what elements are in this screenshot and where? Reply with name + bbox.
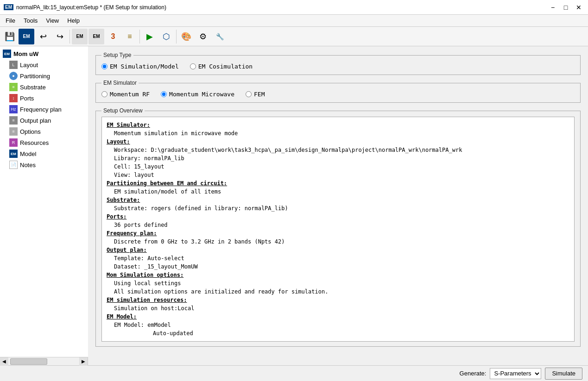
ov-em-simulator-header: EM Simulator: (107, 121, 569, 129)
fem-option[interactable]: FEM (246, 91, 265, 98)
sidebar-item-notes[interactable]: 📄 Notes (0, 159, 88, 170)
em4-button[interactable]: 🔧 (212, 29, 228, 44)
notes-label: Notes (20, 162, 36, 169)
bottom-bar: Generate: S-Parameters Simulate (0, 365, 588, 381)
output-label: Output plan (20, 117, 51, 124)
resources-label: Resources (20, 139, 49, 146)
ov-layout-cell: Cell: 15_layout (107, 162, 569, 171)
ov-layout-view: View: layout (107, 171, 569, 179)
em-title-icon: EM (4, 4, 13, 10)
ov-mom-options-val2: All simulation options are initialized a… (107, 287, 569, 296)
momentum-microwave-option[interactable]: Momentum Microwave (161, 91, 234, 98)
run-button[interactable]: ▶ (142, 29, 158, 44)
ports-label: Ports (20, 95, 34, 102)
em-cosimulation-radio[interactable] (190, 63, 196, 69)
fem-label: FEM (254, 91, 265, 98)
sidebar-scrollbar[interactable]: ◀ ▶ (0, 357, 88, 365)
ov-substrate-header: Substrate: (107, 196, 569, 204)
scroll-right-button[interactable]: ▶ (79, 357, 88, 366)
sidebar-item-options[interactable]: ≡ Options (0, 126, 88, 137)
sidebar-root-item[interactable]: EM Mom uW (0, 48, 88, 59)
setup-overview-section: Setup Overview EM Simulator: Momentum si… (95, 107, 581, 347)
3d-view-button[interactable]: ⬡ (158, 29, 174, 44)
setup-type-options: EM Simulation/Model EM Cosimulation (101, 63, 575, 70)
layout3d-button[interactable]: 3 (105, 29, 121, 44)
options-label: Options (20, 128, 41, 135)
ov-model-val2: Auto-updated (107, 329, 569, 337)
window-title: normalPA_lib:15_layout:emSetup * (EM Set… (16, 4, 547, 11)
toolbar-separator-1 (70, 30, 70, 44)
content-area: Setup Type EM Simulation/Model EM Cosimu… (88, 46, 588, 365)
scroll-thumb[interactable] (10, 358, 47, 365)
sidebar-item-resources[interactable]: R Resources (0, 137, 88, 148)
momentum-rf-radio[interactable] (101, 91, 107, 97)
toolbar-separator-3 (176, 30, 177, 44)
simulate-button[interactable]: Simulate (545, 368, 582, 380)
options-icon: ≡ (9, 127, 18, 136)
ov-partitioning-header: Partitioning between EM and circuit: (107, 179, 569, 187)
layers-button[interactable]: ≡ (122, 29, 138, 44)
substrate-icon: ≡ (9, 83, 18, 91)
em-simulator-section: EM Simulator Momentum RF Momentum Microw… (95, 80, 581, 103)
window-controls: − □ ✕ (547, 2, 584, 13)
em-cosimulation-option[interactable]: EM Cosimulation (190, 63, 253, 70)
ov-ports-value: 36 ports defined (107, 221, 569, 229)
ov-partitioning-value: EM simulation/model of all items (107, 187, 569, 196)
layout-icon: L (9, 61, 18, 69)
ov-mom-options-val1: Using local settings (107, 279, 569, 287)
save-button[interactable]: 💾 (2, 29, 18, 44)
ov-output-template: Template: Auto-select (107, 254, 569, 262)
palette-button[interactable]: 🎨 (178, 29, 194, 44)
sidebar-item-ports[interactable]: ↕ Ports (0, 93, 88, 104)
sidebar: EM Mom uW L Layout ● Partitioning ≡ Subs… (0, 46, 88, 357)
layout-label: Layout (20, 62, 38, 69)
menu-help[interactable]: Help (63, 16, 83, 25)
component-button[interactable]: ⚙ (195, 29, 211, 44)
sidebar-item-model[interactable]: EM Model (0, 148, 88, 159)
em-simulation-label: EM Simulation/Model (110, 63, 179, 70)
em-button-3[interactable]: EM (89, 29, 104, 44)
ov-em-simulator-value: Momentum simulation in microwave mode (107, 129, 569, 137)
scroll-left-button[interactable]: ◀ (0, 357, 8, 366)
scroll-track (8, 357, 79, 365)
generate-label: Generate: (460, 370, 487, 377)
sidebar-item-partitioning[interactable]: ● Partitioning (0, 70, 88, 81)
ov-substrate-value: Substrate: rogers (defined in library: n… (107, 204, 569, 212)
momentum-rf-label: Momentum RF (110, 91, 150, 98)
title-bar: EM normalPA_lib:15_layout:emSetup * (EM … (0, 0, 588, 15)
model-icon: EM (9, 150, 18, 158)
substrate-label: Substrate (20, 84, 46, 91)
momentum-rf-option[interactable]: Momentum RF (101, 91, 150, 98)
sidebar-item-substrate[interactable]: ≡ Substrate (0, 81, 88, 93)
redo-button[interactable]: ↪ (52, 29, 68, 44)
sidebar-root: EM Mom uW L Layout ● Partitioning ≡ Subs… (0, 46, 88, 172)
generate-select[interactable]: S-Parameters (490, 368, 541, 379)
output-icon: ≡ (9, 116, 18, 125)
momentum-microwave-radio[interactable] (161, 91, 167, 97)
sidebar-item-frequency[interactable]: Hz Frequency plan (0, 104, 88, 115)
sidebar-item-output[interactable]: ≡ Output plan (0, 115, 88, 126)
setup-type-legend: Setup Type (101, 52, 133, 58)
model-label: Model (20, 150, 36, 157)
minimize-button[interactable]: − (547, 2, 558, 13)
em-simulation-radio[interactable] (101, 63, 107, 69)
menu-tools[interactable]: Tools (20, 16, 41, 25)
momentum-microwave-label: Momentum Microwave (169, 91, 234, 98)
em-setup-button[interactable]: EM (19, 29, 34, 44)
maximize-button[interactable]: □ (560, 2, 571, 13)
fem-radio[interactable] (246, 91, 252, 97)
notes-icon: 📄 (9, 161, 18, 169)
ov-mom-options-header: Mom Simulation options: (107, 271, 569, 279)
menu-file[interactable]: File (2, 16, 19, 25)
close-button[interactable]: ✕ (573, 2, 584, 13)
ov-output-header: Output plan: (107, 246, 569, 254)
em-simulator-options: Momentum RF Momentum Microwave FEM (101, 91, 575, 98)
partitioning-icon: ● (9, 72, 18, 80)
em-simulation-option[interactable]: EM Simulation/Model (101, 63, 179, 70)
ov-layout-library: Library: normalPA_lib (107, 154, 569, 162)
em-button-2[interactable]: EM (72, 29, 88, 44)
undo-button[interactable]: ↩ (35, 29, 51, 44)
ov-frequency-header: Frequency plan: (107, 229, 569, 237)
menu-view[interactable]: View (42, 16, 63, 25)
sidebar-item-layout[interactable]: L Layout (0, 59, 88, 70)
